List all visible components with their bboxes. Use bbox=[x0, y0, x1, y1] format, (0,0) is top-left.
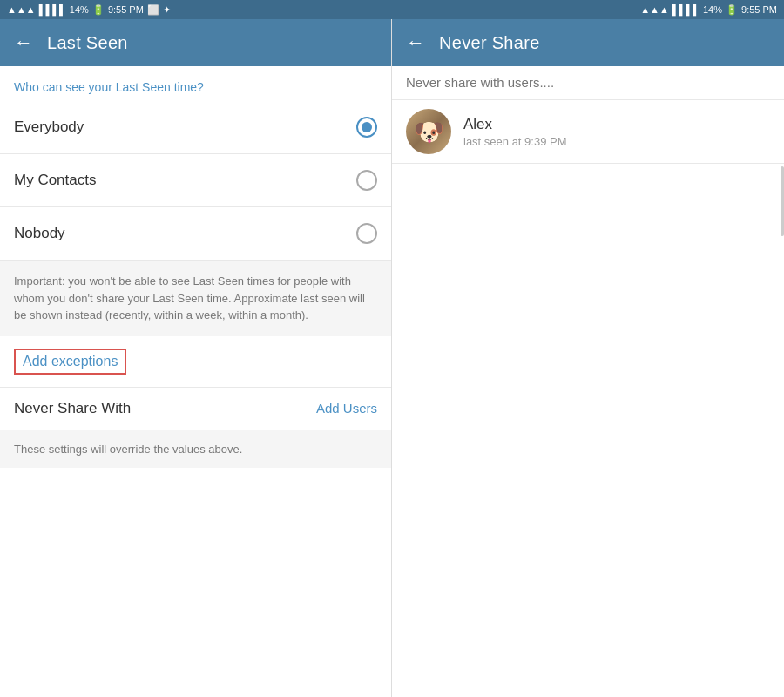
add-users-button[interactable]: Add Users bbox=[316, 401, 377, 416]
battery-left: 14% bbox=[70, 4, 89, 15]
left-panel: ← Last Seen Who can see your Last Seen t… bbox=[0, 19, 392, 697]
status-bar-left: ▲▲▲ ▌▌▌▌ 14% 🔋 9:55 PM ⬜ ✦ bbox=[7, 4, 171, 16]
status-bar-right: ▲▲▲ ▌▌▌▌ 14% 🔋 9:55 PM bbox=[640, 4, 777, 16]
radio-everybody[interactable] bbox=[356, 117, 377, 138]
section-heading: Who can see your Last Seen time? bbox=[0, 66, 391, 101]
never-share-row: Never Share With Add Users bbox=[0, 388, 391, 430]
signal-icon-left: ▌▌▌▌ bbox=[39, 4, 66, 15]
notification-icon-1: ⬜ bbox=[147, 4, 159, 16]
left-header: ← Last Seen bbox=[0, 19, 391, 66]
info-box: Important: you won't be able to see Last… bbox=[0, 261, 391, 336]
left-back-button[interactable]: ← bbox=[14, 31, 33, 54]
option-everybody-label: Everybody bbox=[14, 118, 84, 136]
time-left: 9:55 PM bbox=[108, 4, 144, 15]
avatar-alex: 🐶 bbox=[406, 109, 451, 154]
contact-alex-status: last seen at 9:39 PM bbox=[463, 135, 770, 148]
option-nobody-label: Nobody bbox=[14, 225, 65, 242]
option-my-contacts[interactable]: My Contacts bbox=[0, 154, 391, 207]
wifi-icon-right: ▲▲▲ bbox=[640, 4, 669, 15]
option-nobody[interactable]: Nobody bbox=[0, 207, 391, 261]
override-text: These settings will override the values … bbox=[0, 430, 391, 468]
add-exceptions-section: Add exceptions bbox=[0, 336, 391, 388]
contacts-area: 🐶 Alex last seen at 9:39 PM bbox=[392, 100, 784, 697]
radio-nobody[interactable] bbox=[356, 223, 377, 244]
battery-icon-left: 🔋 bbox=[92, 4, 105, 16]
contact-alex-name: Alex bbox=[463, 116, 770, 133]
option-everybody[interactable]: Everybody bbox=[0, 101, 391, 154]
main-panels: ← Last Seen Who can see your Last Seen t… bbox=[0, 19, 784, 697]
time-right: 9:55 PM bbox=[741, 4, 777, 15]
battery-icon-right: 🔋 bbox=[726, 4, 738, 16]
add-exceptions-button[interactable]: Add exceptions bbox=[14, 348, 126, 375]
signal-icon-right: ▌▌▌▌ bbox=[672, 4, 700, 15]
right-panel-title: Never Share bbox=[439, 33, 540, 53]
right-header: ← Never Share bbox=[392, 19, 784, 66]
battery-right: 14% bbox=[703, 4, 722, 15]
right-panel: ← Never Share 🐶 Alex last seen at 9:39 P… bbox=[392, 19, 784, 697]
search-bar bbox=[392, 66, 784, 100]
radio-my-contacts[interactable] bbox=[356, 170, 377, 191]
dropbox-icon: ✦ bbox=[163, 4, 171, 16]
option-my-contacts-label: My Contacts bbox=[14, 172, 96, 189]
contact-alex-info: Alex last seen at 9:39 PM bbox=[463, 116, 770, 148]
contact-alex[interactable]: 🐶 Alex last seen at 9:39 PM bbox=[392, 100, 784, 164]
never-share-label: Never Share With bbox=[14, 400, 131, 417]
wifi-icon-left: ▲▲▲ bbox=[7, 4, 36, 15]
search-input[interactable] bbox=[406, 75, 770, 90]
status-bar: ▲▲▲ ▌▌▌▌ 14% 🔋 9:55 PM ⬜ ✦ ▲▲▲ ▌▌▌▌ 14% … bbox=[0, 0, 784, 19]
scroll-bar[interactable] bbox=[781, 166, 784, 236]
right-back-button[interactable]: ← bbox=[406, 31, 425, 54]
left-panel-title: Last Seen bbox=[47, 33, 128, 53]
